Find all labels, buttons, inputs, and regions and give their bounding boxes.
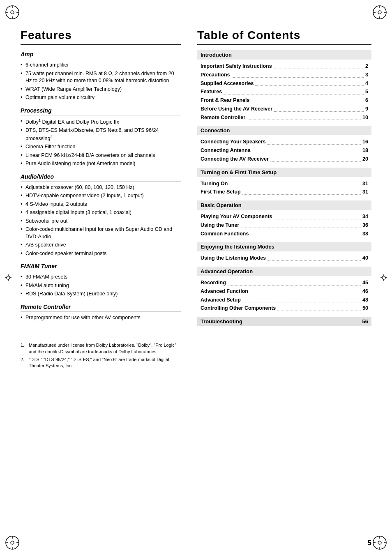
list-item: Color-coded multichannel input for use w… bbox=[21, 226, 181, 240]
corner-mark-tl bbox=[4, 4, 21, 21]
list-item: 30 FM/AM presets bbox=[21, 274, 181, 281]
corner-mark-tr bbox=[371, 4, 388, 21]
toc-entry: Turning On 31 bbox=[197, 180, 371, 188]
toc-entry: Before Using the AV Receiver 9 bbox=[197, 105, 371, 113]
features-section: Features Amp 6-channel amplifier 75 watt… bbox=[21, 29, 181, 371]
toc-entry: Connecting Your Speakers 16 bbox=[197, 138, 371, 146]
processing-list: Dolby1 Digital EX and Dolby Pro Logic II… bbox=[21, 118, 181, 168]
svg-point-24 bbox=[7, 276, 10, 279]
toc-advanced-operation: Advanced Operation Recording 45 Advanced… bbox=[197, 267, 371, 313]
toc-troubleshooting: Troubleshooting 56 bbox=[197, 317, 371, 326]
toc-entry: Using the Tuner 36 bbox=[197, 221, 371, 230]
toc-entry: Using the Listening Modes 40 bbox=[197, 254, 371, 263]
toc-entry: Playing Your AV Components 34 bbox=[197, 212, 371, 221]
list-item: Color-coded speaker terminal posts bbox=[21, 250, 181, 258]
toc-basic-operation: Basic Operation Playing Your AV Componen… bbox=[197, 200, 371, 238]
toc-turning-on: Turning on & First Time Setup Turning On… bbox=[197, 168, 371, 197]
side-mark-left bbox=[4, 274, 12, 282]
toc-entry: Advanced Setup 48 bbox=[197, 296, 371, 304]
corner-mark-bl bbox=[4, 534, 21, 551]
toc-turning-on-header: Turning on & First Time Setup bbox=[197, 168, 371, 177]
amp-list: 6-channel amplifier 75 watts per channel… bbox=[21, 62, 181, 101]
svg-point-1 bbox=[11, 11, 14, 14]
toc-enjoying-header: Enjoying the listening Modes bbox=[197, 242, 371, 251]
list-item: Pure Audio listening mode (not American … bbox=[21, 160, 181, 168]
toc-entry: Front & Rear Panels 6 bbox=[197, 96, 371, 105]
list-item: RDS (Radio Data System) (Europe only) bbox=[21, 290, 181, 298]
toc-entry: Recording 45 bbox=[197, 279, 371, 287]
features-title: Features bbox=[21, 29, 181, 45]
toc-entry: Supplied Accessories 4 bbox=[197, 79, 371, 88]
svg-point-7 bbox=[378, 11, 381, 14]
toc-title: Table of Contents bbox=[197, 29, 371, 45]
list-item: HDTV-capable component video (2 inputs, … bbox=[21, 192, 181, 200]
toc-entry: Features 5 bbox=[197, 88, 371, 96]
list-item: WRAT (Wide Range Amplifier Technology) bbox=[21, 86, 181, 93]
toc-connection: Connection Connecting Your Speakers 16 C… bbox=[197, 126, 371, 163]
svg-point-19 bbox=[378, 541, 381, 544]
toc-entry: First Time Setup 31 bbox=[197, 188, 371, 196]
list-item: Optimum gain volume circuitry bbox=[21, 94, 181, 101]
audio-video-heading: Audio/Video bbox=[21, 173, 181, 182]
list-item: A/B speaker drive bbox=[21, 242, 181, 249]
amp-heading: Amp bbox=[21, 51, 181, 59]
footnote-2: 2. "DTS," "DTS 96/24," "DTS-ES," and "Ne… bbox=[21, 357, 181, 369]
toc-connection-header: Connection bbox=[197, 126, 371, 135]
toc-introduction: Introduction Important Safety Instructio… bbox=[197, 50, 371, 122]
list-item: Dolby1 Digital EX and Dolby Pro Logic II… bbox=[21, 118, 181, 126]
remote-list: Preprogrammed for use with other AV comp… bbox=[21, 314, 181, 322]
page-number: 5 bbox=[368, 539, 371, 547]
toc-entry: Connecting Antenna 18 bbox=[197, 146, 371, 155]
toc-section: Table of Contents Introduction Important… bbox=[197, 29, 371, 371]
list-item: Cinema Filter function bbox=[21, 143, 181, 151]
toc-entry: Advanced Function 46 bbox=[197, 287, 371, 296]
toc-entry: Common Functions 38 bbox=[197, 230, 371, 238]
remote-heading: Remote Controller bbox=[21, 304, 181, 312]
list-item: 4 assignable digital inputs (3 optical, … bbox=[21, 209, 181, 216]
list-item: 4 S-Video inputs, 2 outputs bbox=[21, 201, 181, 208]
toc-entry: Controlling Other Components 50 bbox=[197, 304, 371, 313]
tuner-list: 30 FM/AM presets FM/AM auto tuning RDS (… bbox=[21, 274, 181, 298]
tuner-heading: FM/AM Tuner bbox=[21, 263, 181, 271]
toc-introduction-header: Introduction bbox=[197, 50, 371, 60]
toc-entry: Connecting the AV Receiver 20 bbox=[197, 155, 371, 164]
corner-mark-br bbox=[371, 534, 388, 551]
list-item: Subwoofer pre out bbox=[21, 218, 181, 225]
toc-advanced-operation-header: Advanced Operation bbox=[197, 267, 371, 276]
list-item: FM/AM auto tuning bbox=[21, 282, 181, 290]
footnotes: 1. Manufactured under license from Dolby… bbox=[21, 338, 181, 369]
side-mark-right bbox=[380, 274, 388, 282]
list-item: 6-channel amplifier bbox=[21, 62, 181, 69]
list-item: Linear PCM 96 kHz/24-bit D/A converters … bbox=[21, 152, 181, 159]
svg-point-13 bbox=[11, 541, 14, 544]
troubleshooting-page: 56 bbox=[362, 318, 368, 325]
list-item: DTS, DTS-ES Matrix/Discrete, DTS Neo:6, … bbox=[21, 127, 181, 142]
audio-video-list: Adjustable crossover (60, 80, 100, 120, … bbox=[21, 184, 181, 258]
list-item: Preprogrammed for use with other AV comp… bbox=[21, 314, 181, 322]
toc-entry: Precautions 3 bbox=[197, 71, 371, 79]
troubleshooting-label: Troubleshooting bbox=[201, 318, 242, 325]
toc-entry: Remote Controller 10 bbox=[197, 113, 371, 122]
toc-enjoying: Enjoying the listening Modes Using the L… bbox=[197, 242, 371, 263]
svg-point-29 bbox=[382, 276, 385, 279]
list-item: Adjustable crossover (60, 80, 100, 120, … bbox=[21, 184, 181, 191]
toc-entry: Important Safety Instructions 2 bbox=[197, 62, 371, 71]
page: Features Amp 6-channel amplifier 75 watt… bbox=[0, 0, 392, 555]
footnote-1: 1. Manufactured under license from Dolby… bbox=[21, 342, 181, 355]
toc-basic-operation-header: Basic Operation bbox=[197, 200, 371, 210]
list-item: 75 watts per channel min. RMS at 8 Ω, 2 … bbox=[21, 70, 181, 85]
processing-heading: Processing bbox=[21, 107, 181, 115]
